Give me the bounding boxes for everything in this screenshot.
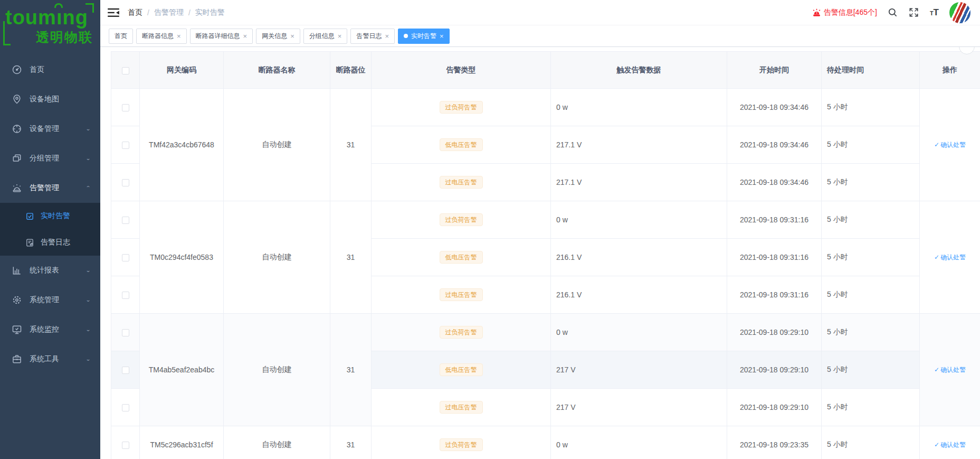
tab-breaker-info[interactable]: 断路器信息× [136,29,187,44]
alarm-type-badge: 低电压告警 [440,251,483,264]
sidebar-item-device-map[interactable]: 设备地图 [0,85,100,114]
siren-icon [12,183,22,193]
tab-label: 实时告警 [411,32,436,41]
main-area: 首页 / 告警管理 / 实时告警 告警信息[465个] TT [100,0,980,459]
pending-time-cell: 5 小时 [822,239,920,276]
tab-alarm-log[interactable]: 告警日志× [350,29,395,44]
close-icon[interactable]: × [243,33,248,40]
collapse-sidebar-icon[interactable] [108,8,119,17]
brand-logo[interactable]: toumıng 透明物联 [0,0,100,51]
log-icon [25,238,34,247]
start-time-cell: 2021-09-18 09:29:10 [727,351,822,389]
tab-realtime-alarm[interactable]: 实时告警× [398,29,450,44]
row-checkbox[interactable] [122,367,129,374]
sidebar-item-label: 设备管理 [30,124,85,134]
chevron-down-icon: ⌄ [85,126,91,132]
table-row: TM0c294cf4fe0583 自动创建 31 过负荷告警 0 w 2021-… [111,201,980,239]
fullscreen-icon[interactable] [909,7,919,18]
sidebar-item-alarm-mgmt[interactable]: 告警管理 ⌃ [0,173,100,203]
pending-time-cell: 5 小时 [822,314,920,351]
sidebar-item-group-mgmt[interactable]: 分组管理 ⌄ [0,144,100,173]
row-checkbox[interactable] [122,179,129,186]
row-checkbox[interactable] [122,442,129,449]
sidebar-item-label: 告警管理 [30,183,85,193]
close-icon[interactable]: × [177,33,181,40]
col-pending-time: 待处理时间 [822,52,920,89]
select-all-checkbox[interactable] [122,67,129,74]
row-checkbox[interactable] [122,254,129,261]
confirm-alarm-button[interactable]: ✓确认处警 [934,366,966,374]
sidebar-item-device-mgmt[interactable]: 设备管理 ⌄ [0,114,100,144]
sidebar-item-home[interactable]: 首页 [0,55,100,85]
trigger-data-cell: 217 V [551,351,727,389]
operation-cell: ✓确认处警 [920,201,980,314]
start-time-cell: 2021-09-18 09:31:16 [727,201,822,239]
row-checkbox[interactable] [122,292,129,299]
close-icon[interactable]: × [338,33,342,40]
tab-home[interactable]: 首页 [109,29,133,44]
avatar[interactable] [949,2,971,23]
sidebar-item-realtime-alarm[interactable]: 实时告警 [0,203,100,229]
breaker-pos-cell: 31 [330,426,372,459]
breadcrumb-realtime-alarm: 实时告警 [195,8,225,17]
row-checkbox[interactable] [122,329,129,336]
device-icon [12,124,22,134]
sidebar-item-label: 告警日志 [41,238,91,247]
brand-name: toumıng [5,7,95,27]
brand-subtitle: 透明物联 [36,29,95,46]
gateway-code-cell: TM5c296acb31cf5f [140,426,224,459]
sidebar-item-system-tools[interactable]: 系统工具 ⌄ [0,344,100,374]
sidebar-item-label: 系统监控 [30,325,85,334]
font-size-icon[interactable]: TT [930,8,939,17]
start-time-cell: 2021-09-18 09:31:16 [727,276,822,314]
group-icon [12,153,22,164]
confirm-alarm-button[interactable]: ✓确认处警 [934,441,966,449]
sidebar-item-system-mgmt[interactable]: 系统管理 ⌄ [0,285,100,315]
col-breaker-pos: 断路器位 [330,52,372,89]
breadcrumb-home[interactable]: 首页 [128,8,142,17]
tab-breaker-detail[interactable]: 断路器详细信息× [190,29,253,44]
alarm-type-badge: 过电压告警 [440,288,483,301]
chevron-down-icon: ⌄ [85,356,91,362]
pending-time-cell: 5 小时 [822,201,920,239]
row-checkbox[interactable] [122,217,129,224]
trigger-data-cell: 0 w [551,89,727,126]
confirm-alarm-button[interactable]: ✓确认处警 [934,140,966,149]
tab-gateway-info[interactable]: 网关信息× [256,29,300,44]
row-checkbox[interactable] [122,104,129,111]
close-icon[interactable]: × [440,33,444,40]
sidebar-item-system-monitor[interactable]: 系统监控 ⌄ [0,315,100,344]
close-icon[interactable]: × [385,33,389,40]
table-header-row: 网关编码 断路器名称 断路器位 告警类型 触发告警数据 开始时间 待处理时间 操… [111,52,980,89]
breadcrumb: 首页 / 告警管理 / 实时告警 [128,8,225,17]
breadcrumb-alarm-mgmt[interactable]: 告警管理 [154,8,184,17]
trigger-data-cell: 216.1 V [551,276,727,314]
confirm-alarm-button[interactable]: ✓确认处警 [934,253,966,262]
logo-corner-decor [3,21,11,45]
col-gateway-code: 网关编码 [140,52,224,89]
alarm-info-link[interactable]: 告警信息[465个] [812,7,877,17]
trigger-data-cell: 0 w [551,426,727,459]
alarm-info-label: 告警信息[465个] [824,8,877,17]
app-root: toumıng 透明物联 首页 设备地图 设备管理 [0,0,980,459]
pending-time-cell: 5 小时 [822,426,920,459]
row-checkbox[interactable] [122,404,129,411]
start-time-cell: 2021-09-18 09:31:16 [727,239,822,276]
breaker-name-cell: 自动创建 [224,89,330,201]
tab-label: 断路器信息 [142,32,174,41]
sidebar-item-label: 首页 [30,65,91,74]
gateway-code-cell: TM0c294cf4fe0583 [140,201,224,314]
tab-label: 告警日志 [356,32,382,41]
topbar: 首页 / 告警管理 / 实时告警 告警信息[465个] TT [100,0,980,25]
search-icon[interactable] [888,7,898,18]
tab-label: 分组信息 [309,32,335,41]
row-checkbox[interactable] [122,142,129,149]
sidebar-item-alarm-log[interactable]: 告警日志 [0,229,100,256]
close-icon[interactable]: × [290,33,294,40]
sidebar-item-label: 设备地图 [30,95,91,104]
toolbox-icon [12,354,22,364]
sidebar-item-reports[interactable]: 统计报表 ⌄ [0,256,100,285]
table-row: TM5c296acb31cf5f 自动创建 31 过负荷告警 0 w 2021-… [111,426,980,459]
trigger-data-cell: 0 w [551,314,727,351]
tab-group-info[interactable]: 分组信息× [303,29,348,44]
